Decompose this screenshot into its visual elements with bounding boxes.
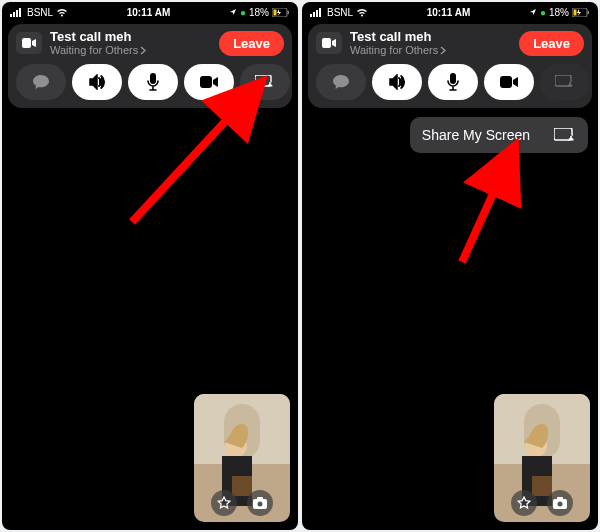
phone-left: BSNL 10:11 AM ● 18% Test call meh Waitin… [2, 2, 298, 530]
chevron-right-icon [140, 46, 146, 55]
message-icon [32, 74, 50, 90]
wifi-icon [56, 8, 68, 17]
svg-rect-23 [310, 14, 312, 17]
speaker-button[interactable] [72, 64, 122, 100]
call-controls [316, 64, 584, 100]
video-icon [200, 76, 218, 88]
svg-point-35 [569, 82, 571, 84]
video-icon [500, 76, 518, 88]
call-panel: Test call meh Waiting for Others Leave [308, 24, 592, 108]
camera-icon [553, 497, 567, 509]
camera-button[interactable] [484, 64, 534, 100]
svg-point-38 [570, 135, 572, 137]
shareplay-icon [255, 75, 275, 89]
capture-button[interactable] [547, 490, 573, 516]
svg-rect-1 [13, 12, 15, 17]
speaker-icon [388, 74, 406, 90]
call-panel: Test call meh Waiting for Others Leave [8, 24, 292, 108]
star-icon [517, 496, 531, 510]
effects-button[interactable] [511, 490, 537, 516]
carrier-label: BSNL [27, 7, 53, 18]
microphone-icon [447, 73, 459, 91]
svg-rect-47 [557, 497, 563, 500]
video-icon [322, 38, 336, 48]
messages-button[interactable] [316, 64, 366, 100]
svg-rect-0 [10, 14, 12, 17]
participant-tile[interactable] [316, 32, 342, 54]
annotation-arrow [437, 137, 557, 277]
signal-icon [10, 8, 24, 17]
svg-rect-6 [287, 11, 289, 14]
battery-percent: 18% [249, 7, 269, 18]
capture-button[interactable] [247, 490, 273, 516]
self-view[interactable] [194, 394, 290, 522]
shareplay-icon [554, 128, 576, 143]
svg-rect-9 [200, 76, 212, 88]
call-controls [16, 64, 284, 100]
signal-dot: ● [540, 7, 546, 18]
shareplay-button[interactable] [540, 64, 590, 100]
svg-rect-8 [150, 73, 156, 84]
carrier-label: BSNL [327, 7, 353, 18]
svg-point-12 [269, 82, 271, 84]
svg-rect-3 [19, 8, 21, 17]
status-bar: BSNL 10:11 AM ● 18% [302, 2, 598, 20]
effects-button[interactable] [211, 490, 237, 516]
svg-rect-21 [257, 497, 263, 500]
message-icon [332, 74, 350, 90]
share-screen-menu-item[interactable]: Share My Screen [410, 117, 588, 153]
microphone-icon [147, 73, 159, 91]
svg-rect-5 [273, 9, 276, 15]
mute-button[interactable] [428, 64, 478, 100]
mute-button[interactable] [128, 64, 178, 100]
chevron-right-icon [440, 46, 446, 55]
camera-button[interactable] [184, 64, 234, 100]
call-info[interactable]: Test call meh Waiting for Others [350, 30, 519, 56]
status-bar: BSNL 10:11 AM ● 18% [2, 2, 298, 20]
shareplay-button[interactable] [240, 64, 290, 100]
svg-rect-7 [22, 38, 31, 48]
self-view[interactable] [494, 394, 590, 522]
signal-dot: ● [240, 7, 246, 18]
shareplay-icon [555, 75, 575, 89]
call-info[interactable]: Test call meh Waiting for Others [50, 30, 219, 56]
svg-rect-32 [500, 76, 512, 88]
svg-rect-28 [573, 9, 576, 15]
signal-icon [310, 8, 324, 17]
location-icon [529, 8, 537, 16]
clock: 10:11 AM [127, 7, 171, 18]
svg-rect-26 [319, 8, 321, 17]
star-icon [217, 496, 231, 510]
svg-rect-2 [16, 10, 18, 17]
call-title: Test call meh [350, 30, 519, 44]
participant-tile[interactable] [16, 32, 42, 54]
svg-rect-31 [450, 73, 456, 84]
messages-button[interactable] [16, 64, 66, 100]
svg-rect-25 [316, 10, 318, 17]
share-screen-label: Share My Screen [422, 127, 530, 143]
svg-point-48 [558, 502, 563, 507]
video-icon [22, 38, 36, 48]
camera-icon [253, 497, 267, 509]
call-subtitle: Waiting for Others [50, 44, 138, 56]
speaker-button[interactable] [372, 64, 422, 100]
battery-icon [272, 8, 290, 17]
svg-rect-30 [322, 38, 331, 48]
call-subtitle: Waiting for Others [350, 44, 438, 56]
battery-icon [572, 8, 590, 17]
svg-point-22 [258, 502, 263, 507]
phone-right: BSNL 10:11 AM ● 18% Test call meh Waitin… [302, 2, 598, 530]
leave-button[interactable]: Leave [519, 31, 584, 56]
wifi-icon [356, 8, 368, 17]
svg-rect-24 [313, 12, 315, 17]
speaker-icon [88, 74, 106, 90]
svg-line-39 [462, 152, 512, 262]
clock: 10:11 AM [427, 7, 471, 18]
location-icon [229, 8, 237, 16]
leave-button[interactable]: Leave [219, 31, 284, 56]
call-title: Test call meh [50, 30, 219, 44]
svg-rect-29 [587, 11, 589, 14]
battery-percent: 18% [549, 7, 569, 18]
